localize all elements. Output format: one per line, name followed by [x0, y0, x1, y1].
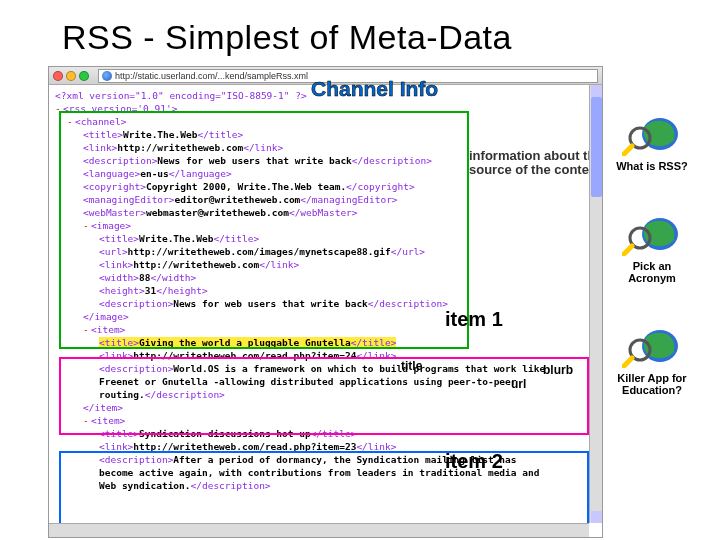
xml-declaration: <?xml version="1.0" encoding="ISO-8859-1…	[55, 90, 307, 101]
label-url: url	[511, 378, 526, 391]
channel-open: <channel>	[75, 116, 126, 127]
label-info: information about the source of the cont…	[469, 149, 603, 177]
label-item2: item 2	[445, 455, 503, 468]
svg-line-2	[624, 146, 632, 154]
horizontal-scrollbar[interactable]	[49, 523, 589, 537]
scroll-up-icon[interactable]	[591, 85, 602, 97]
globe-icon	[102, 71, 112, 81]
slide-root: RSS - Simplest of Meta-Data http://stati…	[0, 0, 720, 540]
minimize-icon[interactable]	[66, 71, 76, 81]
slide-title: RSS - Simplest of Meta-Data	[0, 0, 720, 65]
sidebar-link-pick-acronym[interactable]: Pick an Acronym	[608, 210, 696, 284]
label-item1: item 1	[445, 313, 503, 326]
url-text: http://static.userland.com/...kend/sampl…	[115, 70, 308, 82]
sidebar-link-killer-app[interactable]: Killer App for Education?	[608, 322, 696, 396]
xml-source: <?xml version="1.0" encoding="ISO-8859-1…	[49, 85, 602, 537]
zoom-icon[interactable]	[79, 71, 89, 81]
svg-line-5	[624, 246, 632, 254]
scroll-thumb[interactable]	[591, 97, 602, 197]
label-blurb: blurb	[543, 364, 573, 377]
label-title: title	[401, 360, 422, 373]
globe-magnifier-icon	[622, 210, 682, 256]
browser-window: http://static.userland.com/...kend/sampl…	[48, 66, 603, 538]
svg-line-8	[624, 358, 632, 366]
sidebar-links: What is RSS? Pick an Acronym Killer App …	[608, 110, 696, 426]
globe-magnifier-icon	[622, 110, 682, 156]
vertical-scrollbar[interactable]	[589, 85, 602, 523]
label-channel-info: Channel Info	[311, 82, 438, 95]
scroll-down-icon[interactable]	[591, 511, 602, 523]
close-icon[interactable]	[53, 71, 63, 81]
rss-open: <rss version='0.91'>	[63, 103, 177, 114]
sidebar-link-what-is-rss[interactable]: What is RSS?	[616, 110, 688, 172]
globe-magnifier-icon	[622, 322, 682, 368]
